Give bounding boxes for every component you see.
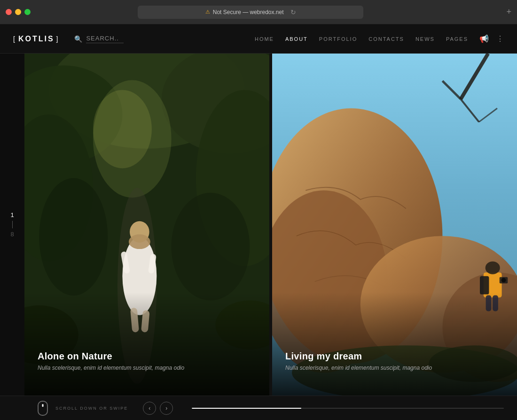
main-content: 1 8: [0, 54, 517, 396]
gallery: Alone on Nature Nulla scelerisque, enim …: [24, 54, 517, 396]
counter-divider: [12, 221, 13, 228]
image-overlay-2: [272, 292, 517, 396]
caption-2: Living my dream Nulla scelerisque, enim …: [285, 351, 504, 371]
svg-point-18: [39, 178, 108, 296]
scroll-label: SCROLL DOWN OR SWIPE: [55, 406, 128, 411]
logo[interactable]: [ KOTLIS ]: [13, 35, 59, 43]
progress-fill: [192, 408, 301, 409]
browser-chrome: ⚠ Not Secure — webredox.net ↻ +: [0, 0, 517, 24]
close-button[interactable]: [6, 9, 12, 15]
search-input[interactable]: SEARCH..: [86, 35, 124, 43]
caption-subtitle-1: Nulla scelerisque, enim id elementum sus…: [38, 365, 256, 371]
total-slides: 8: [10, 231, 14, 238]
svg-point-13: [129, 234, 150, 249]
navigation: [ KOTLIS ] 🔍 SEARCH.. HOME ABOUT PORTFOL…: [0, 24, 517, 54]
nav-about[interactable]: ABOUT: [285, 36, 308, 42]
search-area[interactable]: 🔍 SEARCH..: [74, 35, 124, 43]
logo-bracket-left: [: [13, 35, 16, 43]
security-icon: ⚠: [205, 9, 210, 15]
nav-portfolio[interactable]: PORTFOLIO: [319, 36, 357, 42]
minimize-button[interactable]: [15, 9, 21, 15]
current-slide: 1: [10, 211, 14, 218]
progress-bar: [192, 408, 504, 409]
image-overlay-1: [24, 292, 269, 396]
browser-actions: +: [506, 7, 511, 17]
svg-point-7: [93, 90, 152, 168]
gallery-item-1[interactable]: Alone on Nature Nulla scelerisque, enim …: [24, 54, 269, 396]
refresh-icon[interactable]: ↻: [290, 8, 296, 16]
maximize-button[interactable]: [24, 9, 31, 15]
nav-pages[interactable]: PAGES: [446, 36, 468, 42]
nav-home[interactable]: HOME: [255, 36, 274, 42]
address-bar[interactable]: ⚠ Not Secure — webredox.net ↻: [138, 6, 363, 19]
logo-bracket-right: ]: [56, 35, 60, 43]
nav-contacts[interactable]: CONTACTS: [368, 36, 404, 42]
nav-news[interactable]: NEWS: [415, 36, 435, 42]
browser-window-controls: [6, 9, 31, 15]
more-options-icon[interactable]: ⋮: [496, 34, 504, 43]
svg-point-32: [486, 262, 500, 274]
nav-arrows: ‹ ›: [143, 402, 173, 415]
caption-subtitle-2: Nulla scelerisque, enim id elementum sus…: [285, 365, 504, 371]
url-text: Not Secure — webredox.net: [213, 9, 284, 16]
search-icon: 🔍: [74, 35, 82, 43]
slide-counter: 1 8: [0, 54, 24, 396]
notification-icon[interactable]: 📢: [479, 34, 489, 43]
scroll-indicator: [38, 401, 48, 416]
website: [ KOTLIS ] 🔍 SEARCH.. HOME ABOUT PORTFOL…: [0, 24, 517, 420]
svg-point-19: [172, 193, 250, 300]
logo-text: KOTLIS: [18, 35, 55, 43]
next-arrow[interactable]: ›: [160, 402, 173, 415]
prev-arrow[interactable]: ‹: [143, 402, 156, 415]
svg-point-37: [501, 278, 506, 283]
caption-title-1: Alone on Nature: [38, 351, 256, 362]
bottom-bar: SCROLL DOWN OR SWIPE ‹ ›: [0, 396, 517, 420]
nav-links: HOME ABOUT PORTFOLIO CONTACTS NEWS PAGES: [255, 36, 468, 42]
svg-rect-33: [480, 276, 489, 295]
nav-icons: 📢 ⋮: [479, 34, 504, 43]
caption-1: Alone on Nature Nulla scelerisque, enim …: [38, 351, 256, 371]
gallery-item-2[interactable]: Living my dream Nulla scelerisque, enim …: [272, 54, 517, 396]
new-tab-button[interactable]: +: [506, 7, 511, 17]
caption-title-2: Living my dream: [285, 351, 504, 362]
